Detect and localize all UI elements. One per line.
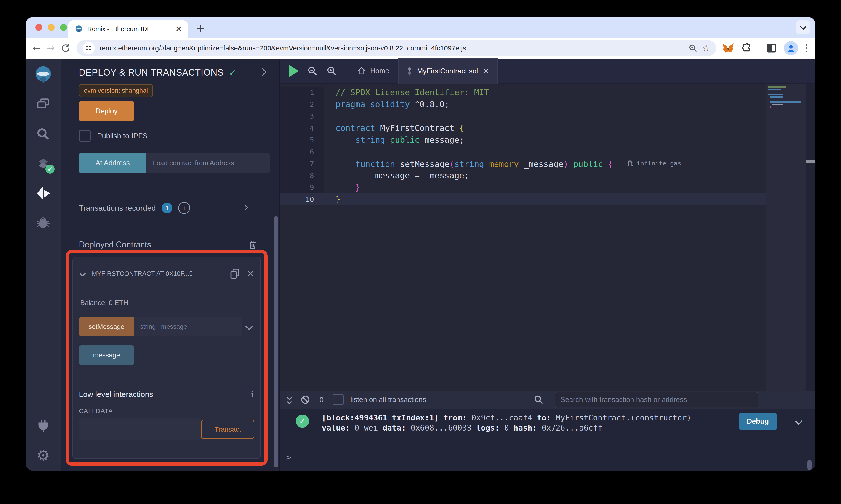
transactions-recorded-label: Transactions recorded [79, 204, 156, 213]
set-message-input[interactable] [134, 317, 242, 336]
tab-myfirstcontract[interactable]: MyFirstContract.sol ✕ [398, 58, 498, 84]
calldata-input[interactable] [79, 418, 201, 440]
card-divider [79, 379, 254, 379]
site-settings-icon[interactable] [83, 42, 95, 54]
terminal-log[interactable]: ✓ [block:4994361 txIndex:1] from: 0x9cf.… [280, 409, 815, 471]
editor-minimap[interactable] [766, 84, 806, 391]
forward-button[interactable]: → [47, 43, 55, 53]
tutorial-highlight-box: MYFIRSTCONTRACT AT 0X10F...5 ✕ Balance: … [66, 250, 268, 466]
transactions-info-icon[interactable]: i [178, 202, 190, 214]
code-line[interactable]: 9 } [280, 181, 815, 193]
browser-tab[interactable]: Remix - Ethereum IDE ✕ [68, 20, 188, 38]
code-line[interactable]: 4contract MyFirstContract { [280, 122, 815, 134]
window-controls [35, 24, 67, 31]
remix-logo-icon[interactable] [33, 64, 54, 85]
listen-all-checkbox[interactable] [333, 394, 344, 405]
code-line[interactable]: 8 message = _message; [280, 169, 815, 181]
zoom-in-icon[interactable] [326, 66, 337, 76]
file-tab-label: MyFirstContract.sol [417, 67, 478, 75]
panel-scrollbar[interactable] [274, 216, 278, 467]
extensions-puzzle-icon[interactable] [741, 43, 752, 54]
panel-title: DEPLOY & RUN TRANSACTIONS [79, 67, 223, 78]
transactions-expand-chevron-icon[interactable] [242, 205, 247, 211]
infinite-gas-annotation: infinite gas [628, 158, 681, 169]
code-line[interactable]: 6 [280, 146, 815, 158]
listen-all-label: listen on all transactions [350, 396, 426, 404]
deployed-contracts-title: Deployed Contracts [79, 240, 151, 250]
settings-gear-icon[interactable]: ⚙ [33, 445, 54, 466]
terminal: 0 listen on all transactions ✓ [block:49… [280, 391, 815, 471]
expand-log-chevron-icon[interactable] [796, 419, 802, 425]
set-message-button[interactable]: setMessage [79, 317, 134, 336]
code-line[interactable]: 10} [280, 193, 815, 205]
code-editor[interactable]: 1// SPDX-License-Identifier: MIT2pragma … [280, 84, 815, 391]
metamask-fox-icon[interactable] [722, 42, 734, 54]
debugger-icon[interactable] [33, 213, 54, 234]
home-tab-label: Home [370, 67, 389, 75]
clear-contracts-trash-icon[interactable] [248, 239, 258, 250]
browser-toolbar: ← → remix.ethereum.org/#lang=en&optimize… [26, 38, 815, 59]
tab-list-chevron-icon[interactable] [796, 20, 810, 34]
search-icon[interactable] [33, 124, 54, 144]
minimize-window-button[interactable] [48, 24, 55, 31]
browser-menu-icon[interactable] [805, 43, 808, 53]
zoom-page-icon[interactable] [688, 43, 698, 53]
terminal-scrollbar[interactable] [807, 460, 811, 470]
url-bar[interactable]: remix.ethereum.org/#lang=en&optimize=fal… [76, 40, 716, 56]
tx-log-line1: [block:4994361 txIndex:1] from: 0x9cf...… [322, 413, 691, 422]
tx-log-line2: value: 0 wei data: 0x608...60033 logs: 0… [322, 423, 602, 432]
new-tab-button[interactable]: + [196, 23, 205, 34]
zoom-out-icon[interactable] [307, 66, 317, 76]
close-window-button[interactable] [35, 24, 42, 31]
tab-close-icon[interactable]: ✕ [175, 25, 182, 33]
sidebar-toggle-icon[interactable] [766, 43, 777, 54]
at-address-button[interactable]: At Address [79, 153, 147, 173]
pending-tx-count: 0 [320, 396, 324, 404]
tab-title: Remix - Ethereum IDE [87, 25, 171, 33]
code-line[interactable]: 7 function setMessage(string memory _mes… [280, 158, 815, 169]
profile-avatar[interactable] [784, 41, 798, 55]
solidity-compiler-icon[interactable]: ✓ [33, 153, 54, 174]
minimap-content [768, 86, 804, 110]
code-line[interactable]: 5 string public message; [280, 134, 815, 146]
evm-version-badge: evm version: shanghai [79, 84, 153, 97]
browser-tabstrip: Remix - Ethereum IDE ✕ + [26, 17, 815, 38]
editor-scroll-track[interactable] [806, 84, 815, 391]
expand-terminal-chevrons-icon[interactable] [288, 396, 291, 403]
code-line[interactable]: 3 [280, 110, 815, 122]
copy-address-icon[interactable] [230, 268, 240, 279]
contract-collapse-chevron-icon[interactable] [80, 271, 85, 277]
file-explorer-icon[interactable] [33, 94, 54, 115]
transact-button[interactable]: Transact [201, 419, 254, 439]
maximize-window-button[interactable] [60, 24, 67, 31]
transaction-log-row[interactable]: ✓ [block:4994361 txIndex:1] from: 0x9cf.… [296, 413, 802, 433]
debug-button[interactable]: Debug [739, 413, 777, 430]
deploy-button[interactable]: Deploy [79, 101, 134, 121]
cursor-overview-marker [806, 160, 815, 163]
back-button[interactable]: ← [33, 43, 41, 53]
bookmark-star-icon[interactable]: ☆ [702, 43, 710, 53]
low-level-info-icon[interactable]: i [251, 389, 254, 399]
message-getter-button[interactable]: message [79, 345, 134, 365]
code-line[interactable]: 1// SPDX-License-Identifier: MIT [280, 87, 815, 98]
url-text[interactable]: remix.ethereum.org/#lang=en&optimize=fal… [99, 44, 684, 52]
terminal-prompt[interactable]: > [286, 453, 291, 462]
publish-ipfs-label: Publish to IPFS [97, 132, 148, 140]
clear-console-icon[interactable] [300, 395, 310, 405]
remove-contract-icon[interactable]: ✕ [246, 269, 254, 278]
plugin-manager-icon[interactable] [33, 415, 54, 436]
contract-instance-name[interactable]: MYFIRSTCONTRACT AT 0X10F...5 [92, 270, 223, 277]
tx-log-text: [block:4994361 txIndex:1] from: 0x9cf...… [322, 413, 691, 433]
terminal-search-input[interactable] [555, 392, 758, 408]
expand-args-chevron-icon[interactable] [246, 323, 252, 330]
publish-ipfs-checkbox[interactable] [79, 130, 91, 142]
run-script-play-icon[interactable] [289, 65, 299, 77]
tab-home[interactable]: Home [357, 67, 389, 75]
deploy-and-run-icon[interactable] [33, 183, 54, 204]
panel-collapse-chevron-icon[interactable] [260, 69, 265, 76]
code-line[interactable]: 2pragma solidity ^0.8.0; [280, 98, 815, 110]
close-file-tab-icon[interactable]: ✕ [483, 67, 490, 75]
reload-button[interactable] [61, 43, 71, 53]
browser-window: Remix - Ethereum IDE ✕ + ← → remix.ether… [26, 17, 815, 471]
at-address-input[interactable] [147, 153, 270, 173]
